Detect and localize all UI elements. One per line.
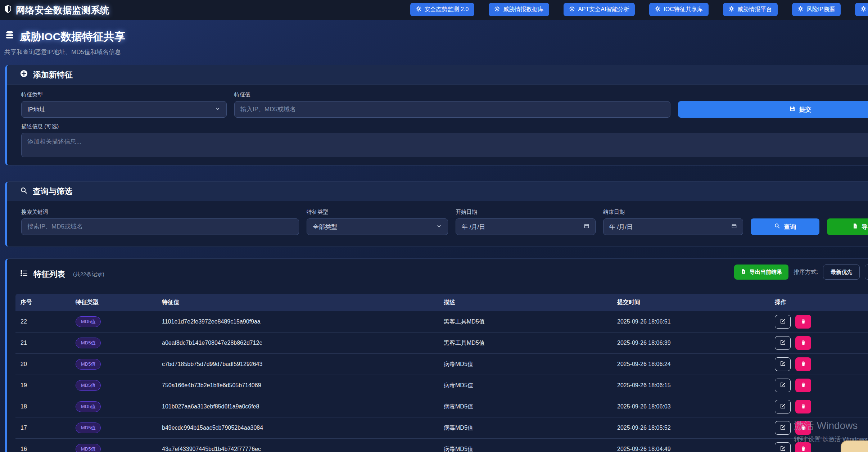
- submit-button[interactable]: 提交: [678, 101, 868, 118]
- nav-button[interactable]: 风险IP溯源: [792, 3, 841, 16]
- feature-list-card: 特征列表 (共22条记录) 导出当前结果 排序方式: 最新优先 最 序号 特征类…: [5, 258, 868, 452]
- row-type-cell: MD5值: [76, 359, 162, 370]
- type-badge: MD5值: [76, 359, 101, 370]
- row-desc: 病毒MD5值: [444, 403, 617, 411]
- edit-icon: [779, 360, 786, 368]
- row-time: 2025-09-26 18:06:15: [617, 382, 775, 389]
- table-row: 19 MD5值 750a166e4b73b2e1bffe6d505b714069…: [15, 375, 868, 396]
- row-seq: 16: [21, 446, 76, 452]
- row-type-cell: MD5值: [76, 422, 162, 433]
- row-actions: [775, 315, 868, 329]
- end-date-input[interactable]: 年 /月/日: [603, 218, 743, 235]
- keyword-label: 搜索关键词: [21, 209, 299, 215]
- plus-circle-icon: [20, 69, 28, 80]
- row-value: 1101e1d7e2fe3972ee8489c15a90f9aa: [162, 318, 444, 325]
- record-count: (共22条记录): [73, 271, 104, 278]
- row-seq: 21: [21, 340, 76, 346]
- list-icon: [20, 269, 28, 280]
- edit-icon: [779, 318, 786, 326]
- row-desc: 病毒MD5值: [444, 424, 617, 432]
- database-icon: [4, 30, 15, 44]
- row-time: 2025-09-26 18:04:49: [617, 446, 775, 452]
- feature-type-select[interactable]: IP地址: [21, 101, 227, 118]
- edit-button[interactable]: [775, 315, 791, 329]
- calendar-icon: [731, 223, 737, 231]
- nav-button[interactable]: 威胁情报平台: [723, 3, 778, 16]
- row-desc: 黑客工具MD5值: [444, 339, 617, 347]
- type-badge: MD5值: [76, 422, 101, 433]
- table-row: 22 MD5值 1101e1d7e2fe3972ee8489c15a90f9aa…: [15, 311, 868, 333]
- row-desc: 病毒MD5值: [444, 446, 617, 452]
- edit-button[interactable]: [775, 336, 791, 350]
- nav-button[interactable]: 安全态势监测 2.0: [410, 3, 475, 16]
- start-date-input[interactable]: 年 /月/日: [456, 218, 596, 235]
- gear-icon: [861, 6, 866, 13]
- top-navbar: 网络安全数据监测系统 安全态势监测 2.0 威胁情报数据库 APT安全AI智能分…: [0, 0, 868, 20]
- table-row: 16 MD5值 43a7ef433907445bd1b4b742f77776ec…: [15, 439, 868, 452]
- row-value: a0eaf8dc7b141e708047e28b862d712c: [162, 340, 444, 346]
- edit-button[interactable]: [775, 400, 791, 413]
- end-date-value: 年 /月/日: [609, 223, 633, 231]
- type-badge: MD5值: [76, 380, 101, 391]
- sort-oldest-button[interactable]: 最: [865, 265, 868, 280]
- edit-icon: [779, 403, 786, 411]
- delete-button[interactable]: [795, 379, 811, 392]
- delete-button[interactable]: [795, 336, 811, 350]
- type-badge: MD5值: [76, 316, 101, 327]
- trash-icon: [800, 403, 806, 411]
- filter-type-select[interactable]: 全部类型: [307, 218, 448, 235]
- delete-button[interactable]: [795, 357, 811, 371]
- delete-button[interactable]: [795, 315, 811, 329]
- col-time: 提交时间: [617, 299, 775, 306]
- keyword-input[interactable]: [21, 218, 299, 235]
- submit-label: 提交: [799, 105, 812, 114]
- add-feature-title: 添加新特征: [33, 69, 73, 80]
- feature-value-input[interactable]: [234, 101, 670, 118]
- save-icon: [789, 105, 796, 114]
- delete-button[interactable]: [795, 400, 811, 413]
- table-row: 20 MD5值 c7bd7185bb75d7d99d7badf591292643…: [15, 354, 868, 375]
- trash-icon: [800, 424, 806, 432]
- trash-icon: [800, 446, 806, 452]
- delete-button[interactable]: [795, 442, 811, 452]
- table-body: 22 MD5值 1101e1d7e2fe3972ee8489c15a90f9aa…: [15, 311, 868, 452]
- page-title: 威胁IOC数据特征共享: [20, 30, 125, 44]
- sort-newest-button[interactable]: 最新优先: [823, 265, 860, 280]
- query-button[interactable]: 查询: [751, 218, 819, 235]
- nav-button[interactable]: [855, 3, 868, 16]
- trash-icon: [800, 339, 806, 347]
- nav-button[interactable]: 威胁情报数据库: [489, 3, 549, 16]
- col-actions: 操作: [775, 299, 868, 306]
- excel-icon: [741, 268, 746, 276]
- table-row: 17 MD5值 b49ecdc994b15aac5cb79052b4aa3084…: [15, 417, 868, 439]
- edit-button[interactable]: [775, 379, 791, 392]
- desc-label: 描述信息 (可选): [21, 123, 868, 129]
- edit-button[interactable]: [775, 357, 791, 371]
- delete-button[interactable]: [795, 421, 811, 435]
- search-icon: [20, 186, 28, 196]
- row-type-cell: MD5值: [76, 444, 162, 452]
- corner-shape: [841, 440, 868, 452]
- nav-button-label: 威胁情报数据库: [503, 6, 543, 13]
- row-type-cell: MD5值: [76, 316, 162, 327]
- nav-button-label: 风险IP溯源: [806, 6, 835, 13]
- row-desc: 病毒MD5值: [444, 382, 617, 389]
- row-type-cell: MD5值: [76, 380, 162, 391]
- row-desc: 黑客工具MD5值: [444, 318, 617, 326]
- type-badge: MD5值: [76, 338, 101, 348]
- edit-icon: [779, 424, 786, 432]
- type-badge: MD5值: [76, 444, 101, 452]
- shield-icon: [4, 5, 12, 16]
- row-actions: [775, 357, 868, 371]
- nav-button[interactable]: IOC特征共享库: [649, 3, 708, 16]
- desc-textarea[interactable]: [21, 133, 868, 157]
- feature-value-label: 特征值: [234, 92, 670, 98]
- query-label: 查询: [784, 223, 796, 231]
- export-results-button[interactable]: 导出当前结果: [734, 265, 788, 280]
- row-time: 2025-09-26 18:06:39: [617, 340, 775, 346]
- edit-button[interactable]: [775, 442, 791, 452]
- nav-button[interactable]: APT安全AI智能分析: [564, 3, 635, 16]
- row-seq: 19: [21, 382, 76, 389]
- edit-button[interactable]: [775, 421, 791, 435]
- export-button[interactable]: 导出: [827, 218, 868, 235]
